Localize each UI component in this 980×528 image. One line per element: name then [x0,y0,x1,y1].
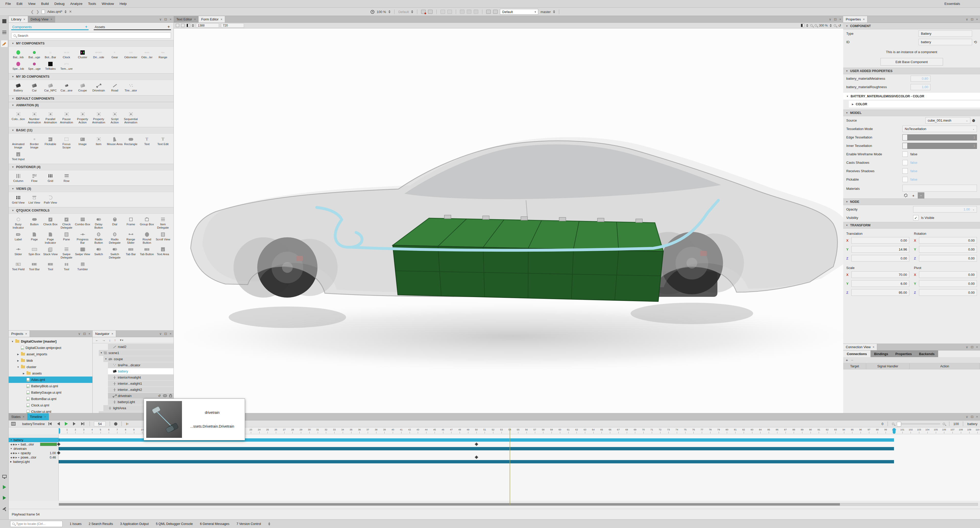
3d-viewport[interactable] [174,29,843,413]
edit-mode-icon[interactable] [1,29,8,36]
collapse-icon[interactable]: ∨ [829,18,832,21]
reset-override-icon[interactable]: ↺ [158,394,161,398]
nav-item-tirepre-dicator[interactable]: tirePre...dicator [93,362,173,368]
timeline-selector[interactable]: battery [967,422,977,426]
component-item[interactable]: NmRange [155,49,171,59]
component-item[interactable]: Tab Button [139,246,155,259]
component-item[interactable]: 123Odometer [123,49,139,59]
close-document-icon[interactable]: ✕ [69,10,72,14]
tab-form-editor[interactable]: Form Editor× [199,16,225,22]
tree-item-blob[interactable]: ▶blob [9,357,92,364]
float-icon[interactable]: ⊡ [164,18,167,21]
component-item[interactable]: Sequential Animation [123,111,139,124]
move-right-icon[interactable]: → [102,338,105,342]
zoom-spinner-icon-2[interactable] [830,24,832,27]
close-icon[interactable]: × [221,18,222,21]
kit-selector-icon[interactable] [1,473,8,480]
easing-curve-icon[interactable]: ⊫ [126,422,128,426]
visibility-eye-icon[interactable] [163,394,167,398]
close-icon[interactable]: × [24,18,25,21]
close-icon[interactable]: × [169,18,172,21]
component-item[interactable]: TText [139,136,155,149]
filter-icon[interactable]: ▼▾ [119,339,123,341]
component-item[interactable]: Coupe [75,82,91,92]
remove-connection-icon[interactable]: − [851,358,853,362]
edit-base-component-button[interactable]: Edit Base Component [880,58,943,65]
component-item[interactable]: | |Bot...Bar [42,49,59,59]
conn-tab-properties[interactable]: Properties [892,351,915,357]
component-item[interactable]: Item Delegate [155,216,171,230]
close-icon[interactable]: × [863,18,865,21]
play-button[interactable] [64,421,69,426]
keyframe-controls[interactable]: ◀◆▶● [10,451,19,455]
component-item[interactable]: Grid View [10,195,26,204]
menu-tools[interactable]: Tools [85,0,99,7]
component-item[interactable]: Car_NPC [42,82,59,92]
component-item[interactable]: Row [59,173,75,183]
tree-item-cluster[interactable]: ▼cluster [9,364,92,370]
zoom-fit-icon[interactable] [834,24,836,27]
locator-input[interactable]: Type to locate (Ctrl... [10,521,62,527]
close-icon[interactable]: × [976,18,978,21]
tree-item-bottombar-ui-qml[interactable]: BottomBar.ui.qml [9,396,92,402]
close-icon[interactable]: × [976,415,978,419]
conn-tab-bindings[interactable]: Bindings [870,351,892,357]
component-item[interactable]: T|Text Field [10,261,26,271]
checkbox[interactable] [902,168,908,174]
component-item[interactable]: Spin Box [26,246,42,259]
close-icon[interactable]: × [23,415,24,419]
component-item[interactable]: Frame [123,216,139,230]
section-node[interactable]: ▼NODE [843,198,980,205]
list-icon-2[interactable] [467,10,471,14]
build-button[interactable] [1,505,8,512]
component-item[interactable]: Radio Button [91,231,107,244]
transform-field-pivot-y[interactable]: 0.00 [919,280,977,287]
component-item[interactable]: TText Area [155,246,171,259]
component-item[interactable]: Cluster [75,49,91,59]
component-item[interactable]: Image [75,136,91,149]
component-item[interactable]: 4minOdo...ler [139,49,155,59]
section-model[interactable]: ▼MODEL [843,110,980,116]
component-item[interactable]: Tool Bar [26,261,42,271]
branch-selector[interactable]: master [541,10,551,14]
range-end-field[interactable]: 100 [953,422,959,426]
edge-tessellation-slider[interactable]: 1 [902,134,977,140]
component-item[interactable]: Drivetrain [91,82,107,92]
theme-toggle-icon[interactable] [801,24,804,27]
nav-back-icon[interactable]: ❮ [30,10,34,14]
edit-light-icon[interactable] [486,10,491,14]
component-item[interactable]: Number Animation [26,111,42,124]
component-item[interactable]: Parallel Animation [42,111,59,124]
transform-field-rotation-y[interactable]: 0.00 [919,246,977,253]
tab-navigator[interactable]: Navigator× [93,330,116,337]
section-header-3[interactable]: ▼ANIMATION (8) [9,102,173,108]
canvas-width-field[interactable]: 1388 [196,23,219,27]
tab-properties[interactable]: Properties× [843,16,867,22]
checkbox[interactable] [902,160,908,165]
component-item[interactable]: Range Slider [123,231,139,244]
section-header-0[interactable]: ▼MY COMPONENTS [9,40,173,47]
close-icon[interactable]: × [111,332,113,336]
collapse-icon[interactable]: ∨ [966,18,968,21]
component-item[interactable]: Pane [59,231,75,244]
collapse-icon[interactable]: ∨ [966,415,968,419]
component-item[interactable]: Border Image [26,136,42,149]
transform-field-pivot-z[interactable]: 0.00 [919,289,977,296]
section-header-5[interactable]: ▼POSITIONER (4) [9,164,173,171]
add-connection-icon[interactable]: + [846,358,848,362]
component-item[interactable]: Swipe Delegate [59,246,75,259]
component-item[interactable]: Column [10,173,26,183]
to-end-button[interactable] [80,421,86,426]
close-icon[interactable]: × [194,18,196,21]
output-pane-3-application-output[interactable]: 3 Application Output [120,522,149,526]
tree-item-assets[interactable]: ▶assets [9,370,92,376]
add-material-icon[interactable]: + [910,192,917,198]
component-item[interactable]: ✓Check Box [42,216,59,230]
reset-id-icon[interactable]: ⟲ [974,40,977,45]
component-item[interactable]: Label [10,231,26,244]
nav-item-interior-ealight2[interactable]: interior...ealight2 [93,387,173,392]
add-module-icon[interactable]: + [85,24,88,29]
current-frame-field[interactable]: 54 [94,421,106,426]
component-item[interactable]: Pause Animation [59,111,75,124]
menu-window[interactable]: Window [99,0,117,7]
